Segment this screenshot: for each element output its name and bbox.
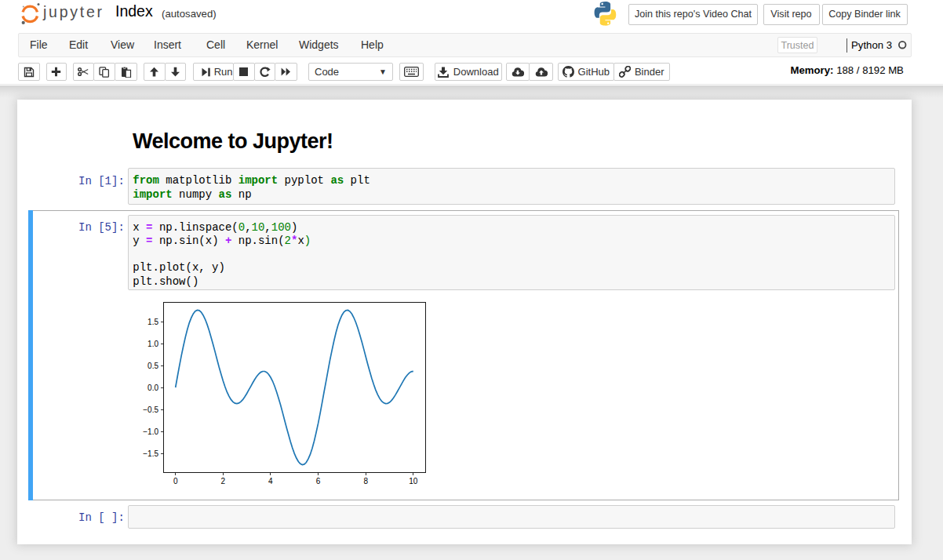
svg-text:0.5: 0.5 bbox=[147, 362, 158, 370]
svg-text:10: 10 bbox=[409, 477, 418, 485]
svg-text:0: 0 bbox=[173, 477, 178, 485]
svg-text:8: 8 bbox=[363, 477, 368, 485]
svg-text:jupyter: jupyter bbox=[42, 3, 103, 20]
svg-text:4: 4 bbox=[268, 477, 273, 485]
svg-text:−1.0: −1.0 bbox=[143, 427, 158, 436]
svg-text:−0.5: −0.5 bbox=[143, 405, 158, 414]
svg-text:2: 2 bbox=[221, 477, 226, 485]
svg-text:1.0: 1.0 bbox=[147, 340, 158, 348]
svg-text:1.5: 1.5 bbox=[147, 318, 158, 326]
svg-text:6: 6 bbox=[316, 477, 321, 485]
svg-text:−1.5: −1.5 bbox=[143, 449, 158, 458]
svg-text:0.0: 0.0 bbox=[147, 384, 158, 392]
